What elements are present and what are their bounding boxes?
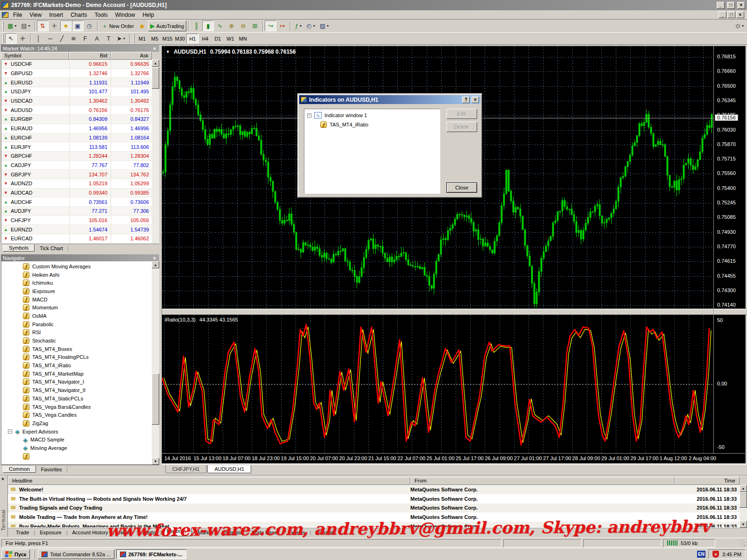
close-button[interactable]: Close (446, 182, 477, 193)
menu-window[interactable]: Window (112, 11, 139, 19)
navigator-tab-common[interactable]: Common (3, 466, 36, 473)
trendline-button[interactable]: ╱ (56, 33, 68, 44)
market-row-usdchf[interactable]: ▼USDCHF0.966150.96635 (1, 60, 159, 69)
market-watch-button[interactable]: ⇅ (37, 21, 49, 31)
chart-shift-button[interactable]: ↦ (276, 21, 288, 31)
language-indicator[interactable]: EN (697, 551, 705, 558)
start-button[interactable]: Пуск (1, 549, 30, 559)
navigator-item-parabolic[interactable]: ƒParabolic (1, 320, 159, 329)
menu-insert[interactable]: Insert (45, 11, 67, 19)
mdi-restore-button[interactable]: □ (727, 11, 735, 18)
market-row-audchf[interactable]: ▲AUDCHF0.735610.73606 (1, 197, 159, 207)
column-header-bid[interactable]: Bid (69, 52, 111, 60)
market-watch-scrollbar[interactable]: ▲ (152, 60, 159, 244)
data-window-button[interactable]: ✛ (49, 21, 60, 31)
navigator-item-stochastic[interactable]: ƒStochastic (1, 336, 159, 345)
navigator-tab-favorites[interactable]: Favorites (36, 466, 67, 473)
navigator-item-rsi[interactable]: ƒRSI (1, 329, 159, 337)
market-row-usdjpy[interactable]: ▲USDJPY101.477101.495 (1, 87, 159, 97)
tree-collapse-icon[interactable]: − (8, 429, 12, 434)
terminal-close-icon[interactable]: × (1, 476, 4, 482)
security-shield-icon[interactable]: × (712, 551, 719, 558)
line-chart-button[interactable]: ∿ (214, 21, 226, 31)
navigator-close-icon[interactable]: × (152, 255, 157, 261)
menu-help[interactable]: Help (139, 11, 158, 19)
fibonacci-button[interactable]: F (79, 33, 91, 44)
tree-item-tas-iratio[interactable]: ƒ TAS_MT4_iRatio (320, 121, 437, 128)
navigator-item-ichimoku[interactable]: ƒIchimoku (1, 279, 159, 287)
scrollbar-thumb[interactable] (152, 67, 159, 89)
new-order-button[interactable]: ＋New Order (99, 21, 136, 31)
mail-row[interactable]: ✉Mobile Trading — Trade from Anywhere at… (8, 512, 740, 522)
dialog-titlebar[interactable]: Indicators on AUDUSD,H1 ? × (299, 95, 480, 104)
navigator-scrollbar[interactable]: ▲ ▼ (152, 261, 159, 465)
terminal-scrollbar[interactable]: ▲ ▼ (740, 485, 747, 528)
toolbar-grip[interactable] (2, 21, 4, 31)
terminal-tab-experts[interactable]: Experts (283, 529, 309, 536)
tree-collapse-icon[interactable]: − (307, 113, 311, 118)
taskbar-clock[interactable]: 3:45 PM (722, 552, 741, 557)
market-row-gbpusd[interactable]: ▼GBPUSD1.327461.32766 (1, 69, 159, 78)
navigator-item-tas-mt4-staticpcls[interactable]: ƒTAS_MT4_StaticPCLs (1, 394, 159, 403)
mail-row[interactable]: ✉Trading Signals and Copy TradingMetaQuo… (8, 504, 740, 513)
column-header-ask[interactable]: Ask (111, 52, 152, 60)
timeframe-mn[interactable]: MN (237, 34, 249, 43)
market-row-eurjpy[interactable]: ▲EURJPY113.581113.606 (1, 142, 159, 152)
terminal-button[interactable]: ▣ (72, 21, 84, 31)
timeframe-m5[interactable]: M5 (148, 34, 161, 43)
scrollbar-thumb[interactable] (152, 373, 159, 425)
menu-file[interactable]: File (9, 11, 26, 19)
navigator-item-custom-moving-averages[interactable]: ƒCustom Moving Averages (1, 262, 159, 271)
minimize-button[interactable]: _ (717, 2, 725, 9)
mail-row[interactable]: ✉The Built-in Virtual Hosting — Robots a… (8, 494, 740, 504)
market-row-eurusd[interactable]: ▲EURUSD1.119311.11949 (1, 78, 159, 87)
text-label-button[interactable]: T (103, 33, 114, 44)
terminal-tab-alerts[interactable]: Alerts (138, 529, 160, 536)
menu-charts[interactable]: Charts (67, 11, 91, 19)
metaeditor-button[interactable]: ◆ (136, 21, 148, 31)
market-watch-close-icon[interactable]: × (152, 46, 157, 51)
terminal-tab-signals[interactable]: Signals (220, 529, 245, 536)
tree-item-indicator-window[interactable]: − ∿ Indicator window 1 (307, 112, 437, 119)
navigator-item-heiken-ashi[interactable]: ƒHeiken Ashi (1, 271, 159, 279)
tile-windows-button[interactable]: ⊞ (249, 21, 261, 31)
scroll-up-icon[interactable]: ▲ (152, 261, 159, 268)
dialog-help-button[interactable]: ? (462, 97, 470, 103)
timeframe-h1[interactable]: H1 (186, 34, 199, 43)
chart-menu-icon[interactable]: ▼ (166, 49, 170, 54)
resize-grip[interactable] (739, 540, 746, 546)
column-header-time[interactable]: Time (675, 477, 740, 485)
navigator-item-tas-mt4-marketmap[interactable]: ƒTAS_MT4_MarketMap (1, 370, 159, 378)
scroll-up-icon[interactable]: ▲ (740, 485, 747, 492)
timeframe-m30[interactable]: M30 (174, 34, 186, 43)
vertical-line-button[interactable]: │ (33, 33, 44, 44)
toolbar-grip[interactable] (2, 34, 4, 43)
profiles-button[interactable]: ▤▾ (19, 21, 32, 31)
terminal-tab-trade[interactable]: Trade (12, 529, 33, 536)
crosshair-button[interactable]: ✛ (17, 33, 28, 44)
strategy-tester-button[interactable]: ◷ (84, 21, 95, 31)
autotrading-button[interactable]: ▶AutoTrading (148, 21, 187, 31)
market-row-eurcad[interactable]: ▼EURCAD1.460171.46062 (1, 234, 159, 244)
navigator-item-moving-average[interactable]: ◈Moving Average (1, 444, 159, 452)
menu-view[interactable]: View (26, 11, 45, 19)
timeframe-w1[interactable]: W1 (224, 34, 237, 43)
task-button-267769-ifcmarkets-[interactable]: 267769: IFCMarkets-... (116, 549, 186, 559)
navigator-item-tas-mt4-boxes[interactable]: ƒTAS_MT4_Boxes (1, 345, 159, 353)
navigator-item-zigzag[interactable]: ƒZigZag (1, 419, 159, 427)
terminal-tab-news[interactable]: News (114, 529, 136, 536)
bar-chart-button[interactable]: ║ (190, 21, 202, 31)
new-chart-button[interactable]: ▦▾ (5, 21, 19, 31)
menu-tools[interactable]: Tools (91, 11, 112, 19)
timeframe-m15[interactable]: M15 (161, 34, 174, 43)
market-row-chfjpy[interactable]: ▼CHFJPY105.016105.056 (1, 216, 159, 225)
market-row-eurnzd[interactable]: ▲EURNZD1.546741.54739 (1, 225, 159, 234)
market-row-usdcad[interactable]: ▼USDCAD1.304621.30492 (1, 97, 159, 106)
market-row-audcad[interactable]: ▼AUDCAD0.993400.99385 (1, 189, 159, 198)
text-button[interactable]: A (91, 33, 103, 44)
chart-tab-chfjpy-h1[interactable]: CHFJPY,H1 (165, 465, 206, 473)
price-scale[interactable]: 0.768150.766600.765000.763450.761850.760… (713, 46, 747, 453)
market-row-gbpjpy[interactable]: ▼GBPJPY134.707134.762 (1, 170, 159, 179)
terminal-tab-exposure[interactable]: Exposure (35, 529, 65, 536)
navigator-item-iexposure[interactable]: ƒiExposure (1, 287, 159, 295)
